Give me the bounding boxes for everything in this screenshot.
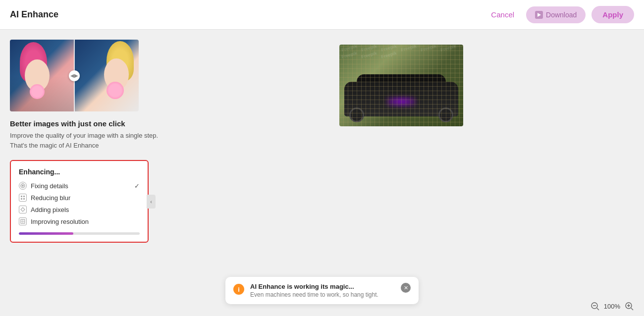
notification-icon: i (233, 284, 244, 295)
bubble-gum (30, 84, 45, 99)
step-icon-pixels (19, 206, 27, 213)
watermark-text-5: Freepik (418, 45, 439, 54)
zoom-level: 100% (604, 303, 620, 310)
watermark-overlay: Freepik Freepik Freepik Freepik Freepik … (339, 45, 463, 126)
center-area: Freepik Freepik Freepik Freepik Freepik … (168, 40, 634, 306)
svg-line-16 (631, 308, 633, 310)
svg-rect-4 (23, 196, 25, 197)
step-icon-blur (19, 194, 27, 202)
progress-bar-fill (19, 232, 73, 235)
step-label-pixels: Adding pixels (31, 206, 69, 213)
left-panel: ◀▶ Better images with just one click Imp… (10, 40, 159, 306)
cancel-button[interactable]: Cancel (485, 6, 520, 23)
image-after (74, 40, 139, 111)
bubble-gum2 (107, 82, 124, 99)
svg-rect-6 (23, 198, 25, 200)
notification-bar: i AI Enhance is working its magic... Eve… (225, 277, 419, 304)
description-title: Better images with just one click (10, 119, 159, 128)
svg-rect-5 (21, 198, 22, 200)
enhancing-box: Enhancing... Fixing details ✓ (10, 160, 149, 243)
car-image: Freepik Freepik Freepik Freepik Freepik … (339, 45, 463, 126)
enhancing-title: Enhancing... (19, 168, 140, 176)
page-title: AI Enhance (10, 9, 58, 20)
image-before (10, 40, 74, 111)
zoom-out-button[interactable] (590, 301, 600, 311)
main-content: ◀▶ Better images with just one click Imp… (0, 30, 644, 316)
watermark-text-4: Freepik (398, 45, 419, 54)
step-label-fixing: Fixing details (31, 182, 68, 190)
description-text: Improve the quality of your image with a… (10, 131, 159, 150)
svg-point-2 (22, 185, 24, 187)
step-improving-resolution: Improving resolution (19, 217, 140, 225)
collapse-button[interactable]: ‹ (147, 195, 156, 209)
download-button[interactable]: Download (526, 6, 586, 23)
step-adding-pixels: Adding pixels (19, 206, 140, 213)
step-reducing-blur: Reducing blur (19, 194, 140, 202)
svg-line-12 (597, 308, 599, 310)
notification-title: AI Enhance is working its magic... (250, 283, 395, 290)
notification-content: AI Enhance is working its magic... Even … (250, 283, 395, 298)
arrows-icon: ◀▶ (70, 73, 78, 78)
video-icon (535, 11, 543, 19)
zoom-in-button[interactable] (624, 301, 634, 311)
step-fixing-details: Fixing details ✓ (19, 182, 140, 190)
divider-handle[interactable]: ◀▶ (69, 70, 80, 81)
step-icon-resolution (19, 217, 27, 225)
step-check-fixing: ✓ (134, 182, 140, 190)
apply-button[interactable]: Apply (591, 6, 634, 23)
step-label-resolution: Improving resolution (31, 218, 89, 225)
header-actions: Cancel Download Apply (485, 6, 634, 23)
watermark-text-6: Freepik (438, 45, 459, 54)
notification-close-button[interactable]: ✕ (401, 283, 411, 293)
svg-rect-3 (21, 196, 22, 197)
step-label-blur: Reducing blur (31, 194, 70, 202)
step-icon-fixing (19, 182, 27, 190)
header: AI Enhance Cancel Download Apply (0, 0, 644, 30)
notification-subtitle: Even machines need time to work, so hang… (250, 291, 395, 298)
zoom-controls: 100% (590, 301, 634, 311)
split-divider: ◀▶ (74, 40, 75, 111)
preview-image: ◀▶ (10, 40, 139, 111)
progress-bar-container (19, 232, 140, 235)
car-image-container: Freepik Freepik Freepik Freepik Freepik … (339, 45, 463, 126)
preview-image-container: ◀▶ (10, 40, 139, 111)
svg-marker-0 (537, 13, 541, 17)
download-label: Download (546, 11, 577, 19)
